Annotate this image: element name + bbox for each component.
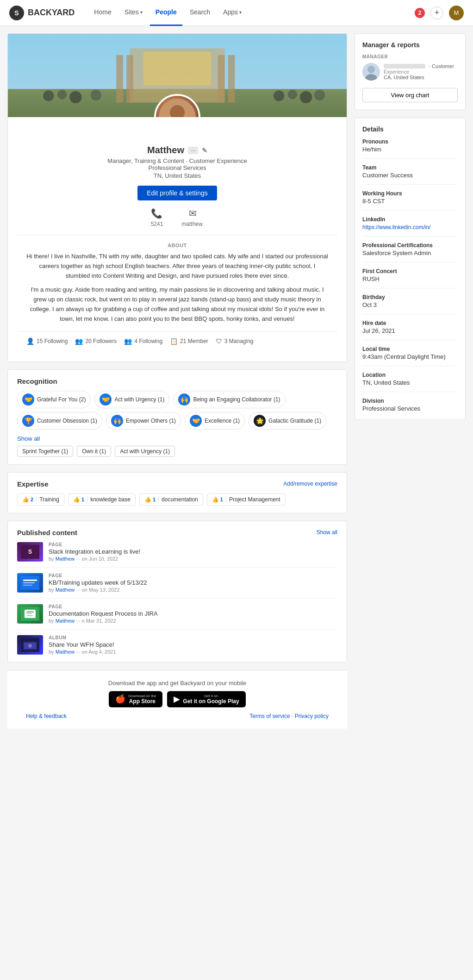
content-author-3[interactable]: Matthew — [56, 618, 75, 624]
content-date-1: ··· on Jun 10, 2022 — [76, 556, 118, 562]
avatar-image — [156, 96, 199, 117]
badge-galactic-icon: 🌟 — [254, 415, 266, 427]
profile-edit-icon[interactable]: ✎ — [202, 147, 207, 154]
content-title-1[interactable]: Slack Integration eLearning is live! — [49, 548, 337, 555]
manager-name-row: · Customer — [384, 63, 458, 69]
svg-point-36 — [367, 66, 375, 73]
expertise-pm[interactable]: 👍 1 Project Management — [207, 493, 286, 506]
nav-apps[interactable]: Apps ▾ — [218, 0, 247, 26]
stat-followers[interactable]: 👥 20 Followers — [75, 337, 117, 345]
detail-local-time: Local time 9:43am (Central Daylight Time… — [362, 346, 458, 366]
badge-excellence[interactable]: 🤝 Excellence (1) — [185, 412, 245, 430]
doc-like-count: 👍 1 — [144, 496, 159, 503]
apple-icon: 🍎 — [115, 694, 125, 704]
manager-section-title: Manager & reports — [362, 41, 458, 49]
svg-text:S: S — [28, 549, 32, 555]
brand-logo[interactable]: S BACKYARD — [9, 6, 75, 20]
about-text: Hi there! I live in Nashville, TN with m… — [26, 252, 328, 324]
stat-managing[interactable]: 🛡 3 Managing — [216, 337, 254, 345]
edit-profile-button[interactable]: Edit profile & settings — [137, 186, 217, 200]
profile-location: TN, United States — [17, 172, 337, 179]
google-play-icon: ▶ — [174, 694, 180, 704]
content-meta-1: by Matthew ··· on Jun 10, 2022 — [49, 556, 337, 562]
brand-icon: S — [9, 6, 24, 20]
nav-search[interactable]: Search — [184, 0, 216, 26]
help-feedback-link[interactable]: Help & feedback — [26, 713, 67, 719]
footer-links: Help & feedback Terms of service · Priva… — [17, 707, 338, 719]
content-author-2[interactable]: Matthew — [56, 587, 75, 593]
email-contact[interactable]: ✉ matthew. — [181, 208, 204, 227]
recognition-show-all[interactable]: Show all — [17, 435, 337, 442]
profile-name-tag: ··· — [188, 147, 198, 154]
nav-sites[interactable]: Sites ▾ — [119, 0, 148, 26]
badge-urgency[interactable]: 🤝 Act with Urgency (1) — [94, 391, 169, 408]
contact-row: 📞 5241 ✉ matthew. — [17, 208, 337, 235]
badge-collaborator[interactable]: 🙌 Being an Engaging Collaborator (1) — [173, 391, 285, 408]
content-thumb-2 — [17, 573, 43, 593]
content-author-1[interactable]: Matthew — [56, 556, 75, 562]
view-org-button[interactable]: View org chart — [362, 88, 458, 102]
svg-rect-28 — [26, 612, 34, 612]
value-tag-sprint[interactable]: Sprint Together (1) — [17, 446, 73, 457]
published-list: S PAGE Slack Integration eLearning is li… — [17, 542, 337, 655]
profile-banner — [8, 34, 347, 117]
content-title-2[interactable]: KB/Training updates week of 5/13/22 — [49, 579, 337, 586]
badge-grateful[interactable]: 🤝 Grateful For You (2) — [17, 391, 91, 408]
nav-people[interactable]: People — [150, 0, 182, 26]
manager-role: Experience — [384, 69, 458, 75]
recognition-section: Recognition 🤝 Grateful For You (2) 🤝 Act… — [7, 369, 347, 465]
value-tag-ownit[interactable]: Own it (1) — [77, 446, 111, 457]
badge-obsession[interactable]: 🏆 Customer Obsession (1) — [17, 412, 102, 430]
profile-title: Manager, Training & Content · Customer E… — [17, 157, 337, 164]
phone-contact[interactable]: 📞 5241 — [151, 208, 163, 227]
content-type-1: PAGE — [49, 542, 337, 547]
svg-rect-30 — [26, 615, 33, 616]
badge-empower[interactable]: 🙌 Empower Others (1) — [106, 412, 181, 430]
expertise-documentation[interactable]: 👍 1 documentation — [139, 493, 203, 506]
value-tag-urgency2[interactable]: Act with Urgency (1) — [115, 446, 175, 457]
about-paragraph-2: I'm a music guy. Aside from reading and … — [26, 285, 328, 324]
content-info-3: PAGE Documentation Request Process in JI… — [49, 604, 337, 624]
published-header: Published content Show all — [17, 529, 337, 537]
stat-member[interactable]: 📋 21 Member — [170, 337, 208, 345]
content-item-4: ALBUM Share Your WFH Space! by Matthew ·… — [17, 635, 337, 655]
badge-excellence-icon: 🤝 — [190, 415, 202, 427]
expertise-training[interactable]: 👍 2 Training — [17, 493, 64, 506]
following-icon: 👤 — [26, 337, 34, 345]
notification-badge[interactable]: 2 — [415, 8, 425, 18]
profile-card: Matthew ··· ✎ Manager, Training & Conten… — [7, 33, 347, 362]
content-item-2: PAGE KB/Training updates week of 5/13/22… — [17, 573, 337, 599]
content-item-1: S PAGE Slack Integration eLearning is li… — [17, 542, 337, 568]
recognition-grid: 🤝 Grateful For You (2) 🤝 Act with Urgenc… — [17, 391, 337, 430]
stat-following[interactable]: 👤 15 Following — [26, 337, 68, 345]
content-author-4[interactable]: Matthew — [56, 649, 75, 655]
add-button[interactable]: + — [430, 6, 443, 19]
published-show-all[interactable]: Show all — [317, 529, 337, 536]
profile-name: Matthew ··· ✎ — [17, 145, 337, 156]
svg-rect-29 — [26, 613, 32, 614]
stats-row: 👤 15 Following 👥 20 Followers 👥 4 Follow… — [17, 331, 337, 352]
google-play-badge[interactable]: ▶ Get it on Get it on Google Play — [167, 691, 245, 707]
doc-label: documentation — [162, 496, 198, 503]
add-expertise-link[interactable]: Add/remove expertise — [283, 481, 337, 487]
app-store-badge[interactable]: 🍎 Download on the App Store — [109, 691, 162, 707]
published-section: Published content Show all S PAGE Slack … — [7, 521, 347, 662]
badge-galactic[interactable]: 🌟 Galactic Gratitude (1) — [249, 412, 326, 430]
detail-pronouns: Pronouns He/him — [362, 138, 458, 159]
detail-working-hours: Working Hours 8-5 CST — [362, 190, 458, 211]
app-badges: 🍎 Download on the App Store ▶ Get it on … — [17, 691, 338, 707]
linkedin-link[interactable]: https://www.linkedin.com/in/ — [362, 224, 430, 231]
content-title-3[interactable]: Documentation Request Process in JIRA — [49, 610, 337, 617]
expertise-kb[interactable]: 👍 1 knowledge base — [68, 493, 136, 506]
nav-home[interactable]: Home — [88, 0, 117, 26]
navbar: S BACKYARD Home Sites ▾ People Search Ap… — [0, 0, 473, 26]
pm-like-count: 👍 1 — [212, 496, 226, 503]
badge-urgency-icon: 🤝 — [100, 393, 112, 406]
user-avatar[interactable]: M — [449, 6, 464, 20]
terms-link[interactable]: Terms of service — [249, 713, 290, 719]
content-title-4[interactable]: Share Your WFH Space! — [49, 641, 337, 648]
nav-links: Home Sites ▾ People Search Apps ▾ — [88, 0, 415, 26]
stat-following2[interactable]: 👥 4 Following — [124, 337, 162, 345]
privacy-link[interactable]: Privacy policy — [295, 713, 329, 719]
expertise-header: Expertise Add/remove expertise — [17, 480, 337, 488]
